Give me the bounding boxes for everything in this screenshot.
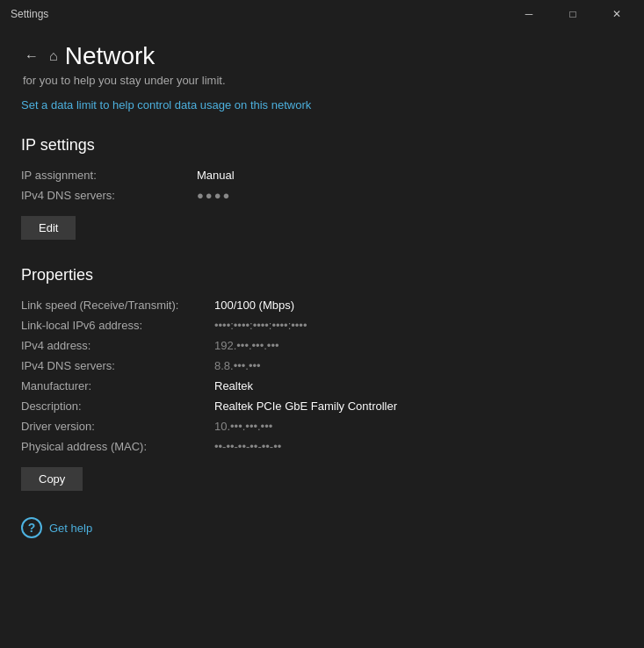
title-bar: Settings ─ □ ✕ (0, 0, 644, 28)
ipv4-address-value: 192.•••.•••.••• (214, 339, 279, 352)
driver-version-label: Driver version: (21, 420, 214, 433)
mac-address-value: ••-••-••-••-••-•• (214, 440, 281, 453)
link-speed-label: Link speed (Receive/Transmit): (21, 299, 214, 312)
title-bar-left: Settings (11, 8, 48, 20)
ipv6-address-value: ••••:••••:••••:••••:•••• (214, 319, 307, 332)
ip-assignment-row: IP assignment: Manual (21, 169, 623, 182)
page-header: ← ⌂ Network (21, 42, 623, 70)
subtitle-text: for you to help you stay under your limi… (23, 74, 623, 87)
close-button[interactable]: ✕ (597, 0, 637, 28)
link-speed-value: 100/100 (Mbps) (214, 299, 294, 312)
ip-assignment-value: Manual (197, 169, 235, 182)
ipv6-address-label: Link-local IPv6 address: (21, 319, 214, 332)
description-label: Description: (21, 400, 214, 413)
title-bar-controls: ─ □ ✕ (509, 0, 637, 28)
ipv6-address-row: Link-local IPv6 address: ••••:••••:••••:… (21, 319, 623, 332)
copy-button[interactable]: Copy (21, 467, 83, 491)
manufacturer-value: Realtek (214, 379, 253, 392)
description-value: Realtek PCIe GbE Family Controller (214, 400, 397, 413)
ip-assignment-label: IP assignment: (21, 169, 197, 182)
page-title: Network (65, 42, 156, 70)
manufacturer-label: Manufacturer: (21, 379, 214, 392)
ipv4-address-label: IPv4 address: (21, 339, 214, 352)
dns-servers-value: 8.8.•••.••• (214, 359, 261, 372)
title-bar-title: Settings (11, 8, 48, 20)
ipv4-address-row: IPv4 address: 192.•••.•••.••• (21, 339, 623, 352)
get-help-section[interactable]: ? Get help (21, 517, 623, 538)
edit-button[interactable]: Edit (21, 216, 76, 240)
dns-servers-label: IPv4 DNS servers: (21, 359, 214, 372)
ipv4-dns-label: IPv4 DNS servers: (21, 189, 197, 202)
ipv4-dns-row: IPv4 DNS servers: ●●●● (21, 189, 623, 202)
driver-version-row: Driver version: 10.•••.•••.••• (21, 420, 623, 433)
properties-title: Properties (21, 266, 623, 284)
driver-version-value: 10.•••.•••.••• (214, 420, 272, 433)
home-icon: ⌂ (49, 48, 58, 64)
ip-settings-section: IP settings IP assignment: Manual IPv4 D… (21, 136, 623, 240)
mac-address-label: Physical address (MAC): (21, 440, 214, 453)
manufacturer-row: Manufacturer: Realtek (21, 379, 623, 392)
maximize-button[interactable]: □ (553, 0, 593, 28)
ipv4-dns-value: ●●●● (197, 189, 231, 202)
ip-settings-title: IP settings (21, 136, 623, 155)
properties-section: Properties Link speed (Receive/Transmit)… (21, 266, 623, 491)
back-button[interactable]: ← (21, 45, 42, 68)
data-limit-link[interactable]: Set a data limit to help control data us… (21, 98, 311, 112)
mac-address-row: Physical address (MAC): ••-••-••-••-••-•… (21, 440, 623, 453)
get-help-icon: ? (21, 517, 42, 538)
minimize-button[interactable]: ─ (509, 0, 549, 28)
dns-servers-row: IPv4 DNS servers: 8.8.•••.••• (21, 359, 623, 372)
link-speed-row: Link speed (Receive/Transmit): 100/100 (… (21, 299, 623, 312)
get-help-label: Get help (49, 522, 92, 535)
main-content: ← ⌂ Network for you to help you stay und… (0, 28, 644, 648)
description-row: Description: Realtek PCIe GbE Family Con… (21, 400, 623, 413)
